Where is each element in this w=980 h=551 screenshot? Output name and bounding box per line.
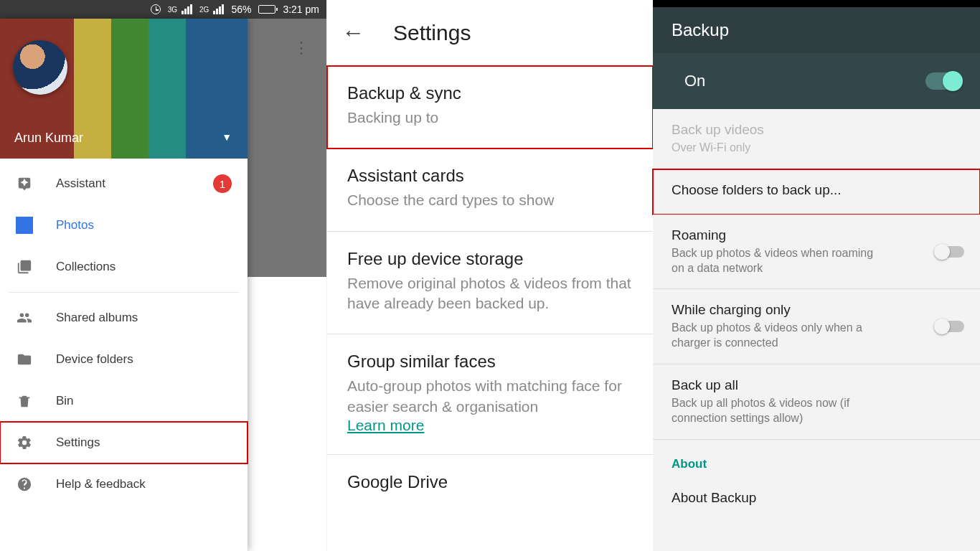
backup-item-charging[interactable]: While charging only Back up photos & vid…: [653, 289, 980, 364]
settings-item-assistant-cards[interactable]: Assistant cards Choose the card types to…: [327, 149, 653, 231]
account-dropdown-icon[interactable]: ▼: [222, 131, 232, 143]
drawer-header[interactable]: Arun Kumar ▼: [0, 19, 248, 159]
screenshot-settings-list: ← Settings Backup & sync Backing up to A…: [326, 0, 653, 551]
android-status-bar: [653, 0, 980, 7]
item-title: Back up all: [672, 377, 961, 393]
nav-badge: 1: [213, 174, 232, 193]
nav-item-collections[interactable]: Collections: [0, 246, 248, 288]
nav-item-bin[interactable]: Bin: [0, 380, 248, 422]
signal-icon: [213, 4, 224, 14]
backup-item-backup-all[interactable]: Back up all Back up all photos & videos …: [653, 364, 980, 440]
navigation-drawer: Arun Kumar ▼ Assistant 1 Photos: [0, 19, 248, 551]
item-subtitle: Back up photos & videos when roaming on …: [672, 246, 887, 276]
account-name: Arun Kumar: [14, 131, 83, 146]
settings-item-subtitle: Auto-group photos with matching face for…: [347, 376, 633, 417]
trash-icon: [16, 392, 33, 410]
nav-label: Device folders: [56, 352, 133, 367]
nav-item-photos[interactable]: Photos: [0, 204, 248, 246]
switch-off[interactable]: [936, 321, 964, 332]
help-icon: [16, 476, 33, 493]
backup-master-toggle[interactable]: On: [653, 53, 980, 109]
gear-icon: [16, 434, 33, 451]
network-label-1: 3G: [168, 6, 177, 14]
nav-separator: [9, 292, 239, 293]
backup-item-videos[interactable]: Back up videos Over Wi-Fi only: [653, 109, 980, 169]
settings-item-google-drive[interactable]: Google Drive: [327, 455, 653, 517]
photos-icon: [16, 217, 33, 234]
item-title: Roaming: [672, 227, 961, 243]
nav-label: Collections: [56, 260, 116, 274]
settings-item-title: Free up device storage: [347, 249, 633, 269]
android-status-bar: 3G 2G 56% 3:21 pm: [0, 0, 326, 19]
battery-icon: [258, 5, 275, 14]
folder-icon: [16, 351, 33, 368]
page-title: Backup: [672, 20, 729, 40]
nav-item-assistant[interactable]: Assistant 1: [0, 163, 248, 204]
network-label-2: 2G: [199, 6, 209, 14]
backup-appbar: Backup: [653, 7, 980, 53]
backup-item-roaming[interactable]: Roaming Back up photos & videos when roa…: [653, 215, 980, 290]
nav-item-settings[interactable]: Settings: [0, 422, 248, 463]
drawer-nav-list: Assistant 1 Photos Collections: [0, 159, 248, 505]
learn-more-link[interactable]: Learn more: [347, 417, 424, 433]
nav-label: Photos: [56, 218, 94, 232]
backup-item-about[interactable]: About Backup: [653, 477, 980, 522]
item-subtitle: Back up photos & videos only when a char…: [672, 321, 887, 351]
settings-item-group-faces[interactable]: Group similar faces Auto-group photos wi…: [327, 334, 653, 455]
settings-item-title: Group similar faces: [347, 352, 633, 372]
item-subtitle: Back up all photos & videos now (if conn…: [672, 396, 887, 426]
settings-item-title: Google Drive: [347, 472, 633, 492]
settings-item-title: Backup & sync: [347, 83, 633, 103]
switch-on[interactable]: [925, 72, 961, 90]
nav-item-device-folders[interactable]: Device folders: [0, 339, 248, 380]
alarm-icon: [151, 4, 161, 14]
settings-item-subtitle: Backing up to: [347, 108, 633, 128]
settings-item-free-up-storage[interactable]: Free up device storage Remove original p…: [327, 232, 653, 335]
backup-about-section: About: [653, 440, 980, 477]
item-title: While charging only: [672, 302, 961, 318]
item-title: Back up videos: [672, 122, 961, 138]
switch-off[interactable]: [936, 246, 964, 258]
back-arrow-icon[interactable]: ←: [341, 19, 364, 46]
settings-item-subtitle: Remove original photos & videos from tha…: [347, 273, 633, 314]
overflow-menu-icon[interactable]: ⋮: [293, 39, 309, 57]
item-title: Choose folders to back up...: [672, 182, 961, 198]
screenshot-photos-drawer: 3G 2G 56% 3:21 pm ⋮ Arun Kumar ▼ Assista…: [0, 0, 326, 551]
assistant-icon: [16, 175, 33, 192]
nav-item-help[interactable]: Help & feedback: [0, 463, 248, 505]
screenshot-backup-settings: Backup On Back up videos Over Wi-Fi only…: [653, 0, 980, 551]
nav-label: Settings: [56, 435, 100, 450]
nav-item-shared-albums[interactable]: Shared albums: [0, 297, 248, 339]
nav-label: Assistant: [56, 176, 105, 191]
page-title: Settings: [393, 21, 471, 45]
settings-item-subtitle: Choose the card types to show: [347, 190, 633, 210]
nav-label: Help & feedback: [56, 477, 146, 491]
nav-label: Shared albums: [56, 311, 138, 325]
settings-appbar: ← Settings: [327, 0, 653, 66]
settings-item-backup-sync[interactable]: Backup & sync Backing up to: [327, 66, 653, 149]
toggle-label: On: [684, 72, 705, 90]
signal-icon: [182, 4, 192, 14]
backup-item-choose-folders[interactable]: Choose folders to back up...: [653, 169, 980, 215]
collections-icon: [16, 258, 33, 276]
app-background: ⋮: [248, 19, 326, 277]
clock-time: 3:21 pm: [283, 4, 319, 15]
people-icon: [16, 309, 33, 326]
section-header: About: [672, 457, 961, 471]
nav-label: Bin: [56, 394, 74, 408]
avatar[interactable]: [13, 40, 67, 95]
battery-percent: 56%: [231, 4, 251, 15]
item-title: About Backup: [672, 490, 961, 506]
settings-item-title: Assistant cards: [347, 166, 633, 186]
item-subtitle: Over Wi-Fi only: [672, 141, 887, 156]
